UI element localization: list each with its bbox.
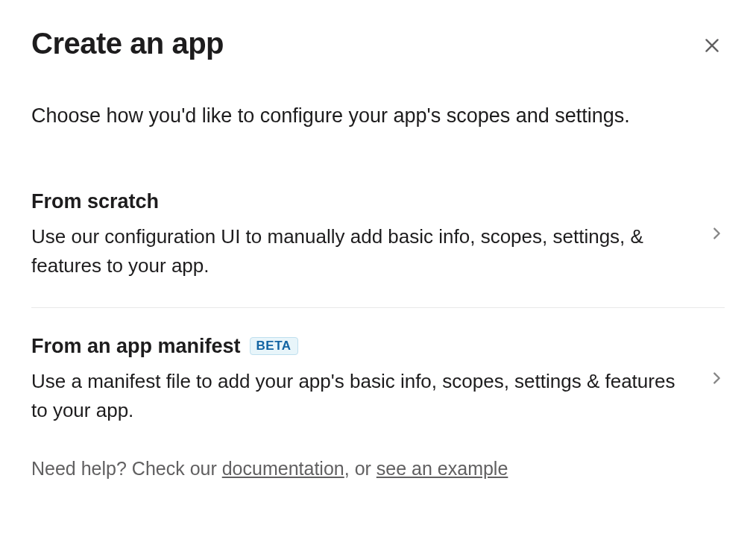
modal-subtitle: Choose how you'd like to configure your … [31, 102, 725, 131]
see-example-link[interactable]: see an example [377, 458, 508, 479]
documentation-link[interactable]: documentation [222, 458, 344, 479]
help-prefix: Need help? Check our [31, 458, 222, 479]
option-title-row: From an app manifest BETA [31, 335, 678, 358]
option-description: Use a manifest file to add your app's ba… [31, 367, 678, 425]
modal-title: Create an app [31, 27, 224, 60]
help-text: Need help? Check our documentation, or s… [31, 458, 725, 480]
chevron-right-icon [708, 370, 725, 389]
modal-header: Create an app [31, 27, 725, 60]
option-from-scratch[interactable]: From scratch Use our configuration UI to… [31, 190, 725, 280]
option-description: Use our configuration UI to manually add… [31, 222, 678, 280]
close-icon [702, 36, 722, 57]
beta-badge: BETA [250, 337, 298, 355]
help-middle: , or [344, 458, 377, 479]
chevron-right-icon [708, 225, 725, 245]
option-title-row: From scratch [31, 190, 678, 213]
option-title: From scratch [31, 190, 159, 213]
close-button[interactable] [699, 33, 725, 60]
divider [31, 307, 725, 308]
option-content: From scratch Use our configuration UI to… [31, 190, 708, 280]
option-title: From an app manifest [31, 335, 241, 358]
option-content: From an app manifest BETA Use a manifest… [31, 335, 708, 425]
option-from-manifest[interactable]: From an app manifest BETA Use a manifest… [31, 335, 725, 425]
